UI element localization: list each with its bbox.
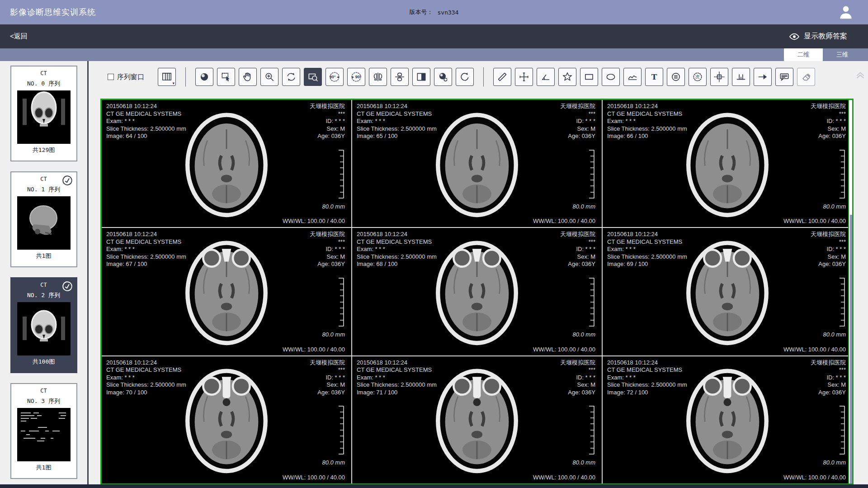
center-crosshair-button[interactable] bbox=[710, 68, 728, 86]
viewport-grid-frame: 20150618 10:12:24 CT GE MEDICAL SYSTEMS … bbox=[100, 99, 854, 485]
series-image-count: 共1图 bbox=[11, 252, 76, 260]
invert-button[interactable] bbox=[412, 68, 430, 86]
series-card[interactable]: CT NO. 3 序列 bbox=[10, 383, 77, 479]
tile-sex: Sex: M bbox=[560, 253, 595, 261]
view-mode-tab[interactable]: 三维 bbox=[823, 48, 862, 61]
tile-thickness: Slice Thickness: 2.500000 mm bbox=[357, 125, 437, 133]
text-annotation-button[interactable]: T bbox=[645, 68, 663, 86]
viewport-tile[interactable]: 20150618 10:12:24 CT GE MEDICAL SYSTEMS … bbox=[102, 100, 351, 227]
viewer-scrollbar[interactable] bbox=[848, 100, 852, 483]
select-button[interactable] bbox=[217, 68, 235, 86]
invert-icon bbox=[415, 71, 427, 83]
layout-grid-icon bbox=[161, 71, 173, 83]
ct-slice-image bbox=[428, 234, 526, 349]
ruler-ticks-icon bbox=[338, 406, 345, 455]
tile-thickness: Slice Thickness: 2.500000 mm bbox=[607, 381, 687, 389]
series-window-checkbox[interactable] bbox=[108, 74, 114, 80]
show-answer-button[interactable]: 显示教师答案 bbox=[789, 31, 847, 42]
zoom-in-button[interactable] bbox=[260, 68, 278, 86]
tile-info-top-right: 天堰模拟医院 *** ID: * * * Sex: M Age: 036Y bbox=[310, 103, 345, 140]
rotate-arrows-icon bbox=[285, 71, 297, 83]
viewport-tile[interactable]: 20150618 10:12:24 CT GE MEDICAL SYSTEMS … bbox=[102, 228, 351, 355]
star-icon bbox=[561, 71, 573, 83]
viewport-tile[interactable]: 20150618 10:12:24 CT GE MEDICAL SYSTEMS … bbox=[352, 100, 602, 227]
tile-patient-id: ID: * * * bbox=[811, 246, 846, 253]
rotate-right-90-button[interactable]: ►90° bbox=[347, 68, 365, 86]
flip-vertical-button[interactable] bbox=[391, 68, 409, 86]
flip-horizontal-icon bbox=[372, 71, 384, 83]
ruler-ticks-icon bbox=[338, 278, 345, 327]
series-card[interactable]: CT NO. 0 序列 bbox=[10, 66, 77, 161]
ruler-length-label: 80.0 mm bbox=[322, 203, 345, 210]
series-modality: CT bbox=[11, 388, 76, 394]
sinus-overlay bbox=[473, 379, 481, 406]
arrow-icon bbox=[757, 71, 769, 83]
zoom-region-button[interactable] bbox=[304, 68, 322, 86]
tile-image-index: Image: 69 / 100 bbox=[607, 261, 687, 268]
window-level-button[interactable] bbox=[195, 68, 213, 86]
series-sidebar: CT NO. 0 序列 bbox=[0, 61, 89, 488]
window-reset-button[interactable] bbox=[434, 68, 452, 86]
series-window-toggle[interactable]: 序列窗口 bbox=[108, 73, 144, 81]
tile-masked: *** bbox=[560, 238, 595, 246]
refresh-button[interactable] bbox=[456, 68, 474, 86]
check-icon bbox=[61, 174, 74, 187]
tile-info-top-right: 天堰模拟医院 *** ID: * * * Sex: M Age: 036Y bbox=[811, 359, 846, 397]
sinus-overlay bbox=[223, 379, 231, 406]
curve-roi-button[interactable] bbox=[623, 68, 642, 86]
viewport-tile[interactable]: 20150618 10:12:24 CT GE MEDICAL SYSTEMS … bbox=[603, 228, 852, 355]
ellipse-roi-button[interactable] bbox=[602, 68, 620, 86]
tile-hospital: 天堰模拟医院 bbox=[811, 103, 846, 110]
tile-patient-id: ID: * * * bbox=[310, 246, 345, 253]
tile-exam: Exam: * * * bbox=[357, 118, 437, 125]
view-mode-tab[interactable]: 二维 bbox=[784, 48, 823, 61]
series-layout-button[interactable]: ▾ bbox=[158, 68, 176, 86]
tile-scale-ruler: 80.0 mm bbox=[572, 150, 595, 210]
rotate-left-90-button[interactable]: 90°◄ bbox=[326, 68, 344, 86]
dashed-circle-button[interactable]: 次 bbox=[689, 68, 707, 86]
rotate-button[interactable] bbox=[282, 68, 300, 86]
scrollbar-thumb[interactable] bbox=[850, 215, 852, 483]
version-value: svn334 bbox=[438, 9, 459, 16]
viewport-tile[interactable]: 20150618 10:12:24 CT GE MEDICAL SYSTEMS … bbox=[102, 356, 351, 483]
tile-image-index: Image: 65 / 100 bbox=[357, 133, 437, 140]
comment-button[interactable] bbox=[775, 68, 793, 86]
tile-hospital: 天堰模拟医院 bbox=[310, 103, 345, 110]
tile-thickness: Slice Thickness: 2.500000 mm bbox=[357, 253, 437, 261]
ruler-length-label: 80.0 mm bbox=[572, 331, 595, 338]
user-avatar-icon[interactable] bbox=[837, 4, 854, 21]
viewport-tile[interactable]: 20150618 10:12:24 CT GE MEDICAL SYSTEMS … bbox=[352, 228, 602, 355]
eraser-button[interactable] bbox=[797, 68, 815, 86]
cross-measure-button[interactable] bbox=[515, 68, 533, 86]
tile-device: CT GE MEDICAL SYSTEMS bbox=[607, 366, 687, 374]
ruler-ticks-icon bbox=[338, 150, 345, 199]
viewport-tile[interactable]: 20150618 10:12:24 CT GE MEDICAL SYSTEMS … bbox=[603, 100, 852, 227]
tile-patient-id: ID: * * * bbox=[811, 374, 846, 382]
tile-device: CT GE MEDICAL SYSTEMS bbox=[607, 110, 687, 118]
angle-icon bbox=[540, 71, 552, 83]
tile-hospital: 天堰模拟医院 bbox=[560, 231, 595, 238]
skull-front-thumb-icon bbox=[17, 302, 71, 355]
rectangle-roi-button[interactable] bbox=[580, 68, 598, 86]
flip-horizontal-button[interactable] bbox=[369, 68, 387, 86]
angle-measure-button[interactable] bbox=[537, 68, 555, 86]
series-card[interactable]: CT NO. 2 序列 bbox=[10, 277, 77, 373]
viewport-tile[interactable]: 20150618 10:12:24 CT GE MEDICAL SYSTEMS … bbox=[352, 356, 602, 483]
collapse-toolbar-chevron-icon[interactable] bbox=[854, 68, 866, 80]
tile-image-index: Image: 64 / 100 bbox=[106, 133, 186, 140]
show-answer-label: 显示教师答案 bbox=[804, 32, 847, 41]
circle-annotation-button[interactable] bbox=[667, 68, 685, 86]
series-card[interactable]: CT NO. 1 序列 bbox=[10, 171, 77, 267]
profile-histogram-button[interactable] bbox=[732, 68, 750, 86]
tile-age: Age: 036Y bbox=[811, 261, 846, 268]
tile-window-level: WW/WL: 100.00 / 40.00 bbox=[783, 346, 846, 353]
pan-button[interactable] bbox=[239, 68, 257, 86]
length-measure-button[interactable] bbox=[493, 68, 511, 86]
star-polygon-button[interactable] bbox=[558, 68, 576, 86]
viewport-tile[interactable]: 20150618 10:12:24 CT GE MEDICAL SYSTEMS … bbox=[603, 356, 852, 483]
arrow-annotation-button[interactable] bbox=[754, 68, 772, 86]
tile-datetime: 20150618 10:12:24 bbox=[607, 231, 687, 238]
back-button[interactable]: <返回 bbox=[10, 32, 28, 41]
tile-sex: Sex: M bbox=[310, 253, 345, 261]
tile-info-top-right: 天堰模拟医院 *** ID: * * * Sex: M Age: 036Y bbox=[560, 103, 595, 140]
